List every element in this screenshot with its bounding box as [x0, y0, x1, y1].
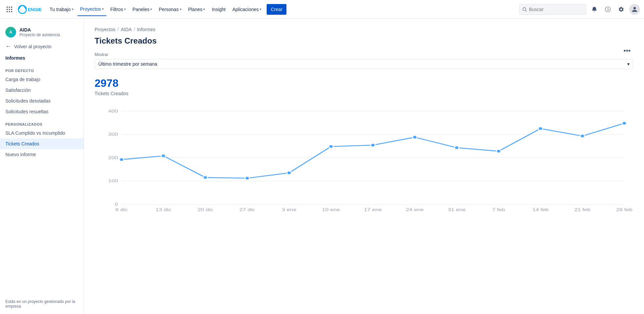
- topnav-right: ?: [519, 4, 640, 15]
- logo[interactable]: ENGIE: [16, 3, 43, 15]
- svg-rect-5: [11, 9, 12, 10]
- grid-icon[interactable]: [4, 4, 15, 15]
- svg-rect-2: [11, 6, 12, 7]
- svg-point-41: [245, 177, 249, 180]
- svg-point-45: [413, 135, 417, 139]
- svg-point-49: [580, 134, 585, 138]
- svg-text:14 feb: 14 feb: [532, 207, 548, 212]
- svg-text:300: 300: [108, 132, 118, 137]
- sidebar-item-nuevo-informe[interactable]: Nuevo informe: [0, 149, 84, 160]
- sidebar-item-sla[interactable]: SLA Cumplido vs Incumplido: [0, 128, 84, 138]
- more-options-button[interactable]: •••: [621, 46, 633, 56]
- svg-point-44: [371, 143, 375, 147]
- svg-rect-7: [9, 11, 10, 12]
- breadcrumb-aida[interactable]: AIDA: [121, 27, 132, 32]
- svg-text:100: 100: [108, 178, 118, 183]
- svg-text:ENGIE: ENGIE: [28, 7, 42, 12]
- filter-row: Mostrar Último trimestre por semana ▾: [95, 52, 633, 69]
- chevron-down-icon: ▾: [180, 7, 181, 11]
- sidebar-item-satisfaccion[interactable]: Satisfacción: [0, 85, 84, 96]
- nav-tu-trabajo[interactable]: Tu trabajo ▾: [47, 3, 76, 16]
- chevron-down-icon: ▾: [102, 7, 104, 11]
- svg-text:400: 400: [108, 109, 118, 114]
- nav-paneles[interactable]: Paneles ▾: [130, 3, 155, 16]
- svg-text:6 dic: 6 dic: [115, 207, 128, 212]
- sidebar-item-resueltas[interactable]: Solicitudes resueltas: [0, 106, 84, 117]
- svg-rect-1: [9, 6, 10, 7]
- svg-point-47: [496, 149, 501, 153]
- svg-text:27 dic: 27 dic: [239, 207, 255, 212]
- project-subtitle: Proyecto de asistencia: [19, 33, 60, 37]
- nav-aplicaciones[interactable]: Aplicaciones ▾: [230, 3, 264, 16]
- sidebar-item-carga[interactable]: Carga de trabajo: [0, 74, 84, 85]
- svg-rect-0: [7, 6, 8, 7]
- svg-point-9: [18, 5, 26, 13]
- project-name: AIDA: [19, 27, 60, 33]
- notifications-icon[interactable]: [589, 4, 600, 15]
- svg-point-11: [523, 7, 526, 10]
- sidebar-project: A AIDA Proyecto de asistencia: [0, 24, 84, 40]
- search-box[interactable]: [519, 4, 586, 15]
- line-chart: 40030020010006 dic13 dic20 dic27 dic3 en…: [95, 104, 633, 222]
- svg-point-43: [329, 145, 333, 148]
- metric-value: 2978: [95, 77, 633, 89]
- svg-line-12: [526, 10, 527, 11]
- sidebar-footer: Estás en un proyecto gestionado por la e…: [0, 294, 84, 314]
- topnav: ENGIE Tu trabajo ▾ Proyectos ▾ Filtros ▾…: [0, 0, 644, 19]
- app-body: A AIDA Proyecto de asistencia ← Volver a…: [0, 19, 644, 314]
- nav-insight[interactable]: Insight: [209, 3, 228, 16]
- svg-text:28 feb: 28 feb: [616, 207, 632, 212]
- chart-container: 40030020010006 dic13 dic20 dic27 dic3 en…: [95, 104, 633, 228]
- back-to-project[interactable]: ← Volver al proyecto: [0, 40, 84, 53]
- svg-text:21 feb: 21 feb: [574, 207, 590, 212]
- nav-proyectos[interactable]: Proyectos ▾: [77, 3, 106, 16]
- svg-text:7 feb: 7 feb: [492, 207, 505, 212]
- svg-point-40: [203, 176, 207, 179]
- section-default-label: POR DEFECTO: [0, 63, 84, 74]
- svg-text:10 ene: 10 ene: [322, 207, 340, 212]
- svg-text:13 dic: 13 dic: [156, 207, 171, 212]
- svg-text:31 ene: 31 ene: [448, 207, 466, 212]
- main-content: Proyectos / AIDA / Informes Tickets Crea…: [84, 19, 644, 314]
- svg-point-42: [287, 171, 291, 175]
- create-button[interactable]: Crear: [267, 4, 286, 15]
- svg-point-39: [161, 154, 166, 158]
- breadcrumb-informes: Informes: [137, 27, 155, 32]
- chevron-down-icon: ▾: [627, 61, 630, 67]
- sidebar-item-desviadas[interactable]: Solicitudes desviadas: [0, 96, 84, 106]
- svg-point-38: [119, 158, 124, 161]
- breadcrumb-proyectos[interactable]: Proyectos: [95, 27, 115, 32]
- page-title: Tickets Creados: [95, 36, 633, 46]
- back-icon: ←: [5, 43, 11, 50]
- metric-label: Tickets Creados: [95, 91, 633, 96]
- chevron-down-icon: ▾: [260, 7, 261, 11]
- search-input[interactable]: [529, 7, 576, 12]
- svg-text:0: 0: [115, 202, 118, 207]
- svg-text:200: 200: [108, 155, 118, 160]
- filter-select[interactable]: Último trimestre por semana ▾: [95, 59, 633, 69]
- svg-point-48: [538, 127, 543, 130]
- filter-label: Mostrar: [95, 52, 633, 57]
- page-actions: •••: [621, 46, 633, 56]
- nav-personas[interactable]: Personas ▾: [156, 3, 184, 16]
- breadcrumb: Proyectos / AIDA / Informes: [95, 27, 633, 32]
- svg-point-50: [622, 122, 627, 125]
- svg-text:3 ene: 3 ene: [282, 207, 297, 212]
- section-custom-label: PERSONALIZADOS: [0, 117, 84, 128]
- settings-icon[interactable]: [616, 4, 627, 15]
- chevron-down-icon: ▾: [203, 7, 205, 11]
- profile-avatar[interactable]: [629, 4, 640, 15]
- search-icon: [522, 7, 527, 12]
- project-avatar: A: [5, 27, 16, 38]
- svg-text:17 ene: 17 ene: [364, 207, 382, 212]
- nav-planes[interactable]: Planes ▾: [185, 3, 208, 16]
- nav-filtros[interactable]: Filtros ▾: [108, 3, 128, 16]
- chevron-down-icon: ▾: [72, 7, 73, 11]
- sidebar: A AIDA Proyecto de asistencia ← Volver a…: [0, 19, 84, 314]
- chevron-down-icon: ▾: [150, 7, 152, 11]
- sidebar-item-tickets-creados[interactable]: Tickets Creados: [0, 138, 84, 149]
- svg-text:24 ene: 24 ene: [406, 207, 424, 212]
- reports-heading: Informes: [0, 53, 84, 63]
- svg-rect-8: [11, 11, 12, 12]
- help-icon[interactable]: ?: [602, 4, 613, 15]
